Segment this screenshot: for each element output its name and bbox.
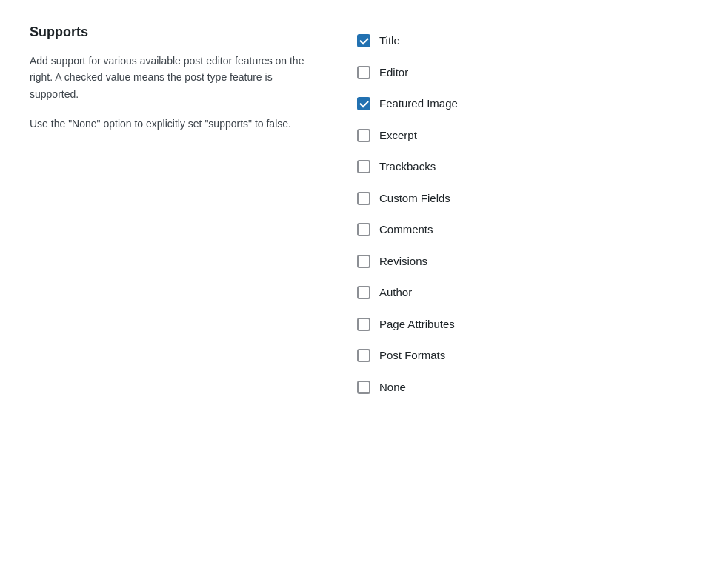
checkbox-label-comments: Comments: [379, 221, 433, 238]
checkbox-excerpt[interactable]: [357, 129, 370, 142]
checkbox-label-post-formats: Post Formats: [379, 347, 445, 364]
checkbox-wrapper-comments: [356, 221, 372, 238]
checkbox-none[interactable]: [357, 381, 370, 394]
checkbox-editor[interactable]: [357, 66, 370, 79]
checkbox-comments[interactable]: [357, 223, 370, 236]
checkbox-row-page-attributes[interactable]: Page Attributes: [356, 309, 696, 341]
checkboxes-panel: TitleEditorFeatured ImageExcerptTrackbac…: [356, 22, 696, 403]
checkbox-row-none[interactable]: None: [356, 372, 696, 404]
checkbox-title[interactable]: [357, 34, 370, 47]
checkbox-label-featured-image: Featured Image: [379, 96, 458, 113]
checkbox-wrapper-excerpt: [356, 127, 372, 144]
checkbox-wrapper-editor: [356, 64, 372, 81]
checkbox-custom-fields[interactable]: [357, 192, 370, 205]
checkbox-featured-image[interactable]: [357, 97, 370, 110]
checkbox-page-attributes[interactable]: [357, 318, 370, 331]
checkbox-row-editor[interactable]: Editor: [356, 57, 696, 89]
checkbox-wrapper-author: [356, 284, 372, 301]
checkbox-row-comments[interactable]: Comments: [356, 214, 696, 246]
checkbox-label-page-attributes: Page Attributes: [379, 316, 455, 333]
checkbox-wrapper-custom-fields: [356, 190, 372, 207]
checkbox-wrapper-trackbacks: [356, 158, 372, 175]
checkbox-author[interactable]: [357, 286, 370, 299]
checkbox-label-none: None: [379, 379, 406, 396]
checkbox-trackbacks[interactable]: [357, 160, 370, 173]
checkbox-label-trackbacks: Trackbacks: [379, 158, 436, 176]
checkbox-label-revisions: Revisions: [379, 253, 427, 270]
checkbox-row-title[interactable]: Title: [356, 25, 696, 57]
checkbox-post-formats[interactable]: [357, 349, 370, 362]
description-1: Add support for various available post e…: [30, 53, 311, 102]
checkbox-wrapper-page-attributes: [356, 316, 372, 333]
checkbox-row-post-formats[interactable]: Post Formats: [356, 340, 696, 372]
section-title: Supports: [30, 22, 311, 42]
checkbox-label-title: Title: [379, 33, 400, 50]
left-panel: Supports Add support for various availab…: [30, 22, 311, 403]
checkbox-label-author: Author: [379, 284, 412, 301]
checkbox-row-featured-image[interactable]: Featured Image: [356, 88, 696, 120]
checkbox-row-custom-fields[interactable]: Custom Fields: [356, 183, 696, 215]
checkbox-row-revisions[interactable]: Revisions: [356, 246, 696, 278]
checkbox-row-excerpt[interactable]: Excerpt: [356, 120, 696, 152]
checkbox-wrapper-none: [356, 379, 372, 395]
checkbox-label-custom-fields: Custom Fields: [379, 190, 450, 207]
checkbox-wrapper-title: [356, 33, 372, 49]
checkbox-revisions[interactable]: [357, 255, 370, 268]
checkbox-row-author[interactable]: Author: [356, 277, 696, 309]
checkbox-label-editor: Editor: [379, 64, 408, 81]
checkbox-row-trackbacks[interactable]: Trackbacks: [356, 151, 696, 183]
checkbox-wrapper-featured-image: [356, 96, 372, 112]
checkbox-wrapper-revisions: [356, 253, 372, 270]
description-2: Use the "None" option to explicitly set …: [30, 116, 311, 132]
checkbox-label-excerpt: Excerpt: [379, 127, 417, 144]
checkbox-wrapper-post-formats: [356, 347, 372, 364]
supports-section: Supports Add support for various availab…: [0, 0, 726, 425]
